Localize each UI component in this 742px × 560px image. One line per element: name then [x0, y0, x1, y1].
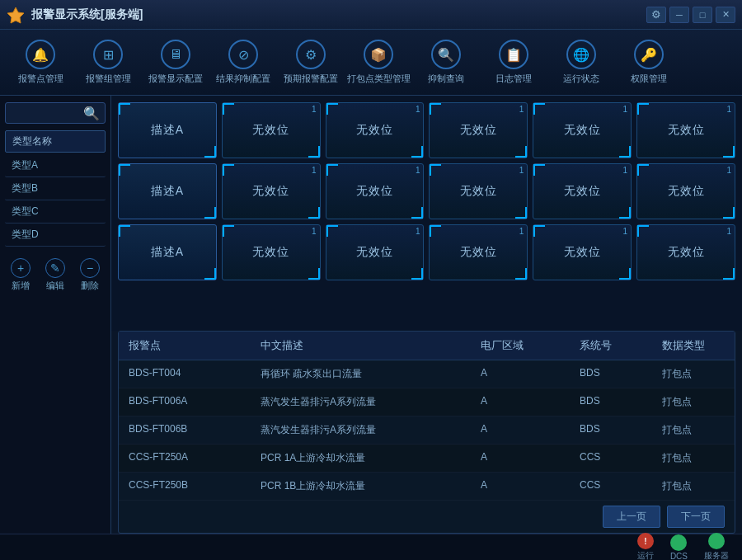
table-row[interactable]: BDS-FT006B蒸汽发生器排污A系列流量ABDS打包点 — [119, 416, 735, 445]
toolbar-item-predict-alarm[interactable]: ⚙ 预期报警配置 — [279, 35, 343, 91]
cell-text: 无效位 — [356, 245, 393, 260]
prev-page-button[interactable]: 上一页 — [603, 506, 660, 528]
add-button[interactable]: + 新增 — [6, 255, 35, 295]
table-cell-2-2: A — [471, 416, 570, 444]
toolbar-item-auth-manage[interactable]: 🔑 权限管理 — [617, 35, 681, 91]
cell-number: 1 — [312, 227, 317, 236]
toolbar-item-run-status[interactable]: 🌐 运行状态 — [549, 35, 613, 91]
grid-cell-2-0[interactable]: 描述A — [118, 224, 217, 280]
toolbar-label-run-status: 运行状态 — [563, 73, 599, 85]
table-cell-0-3: BDS — [570, 360, 652, 388]
sidebar-item-typeA[interactable]: 类型A — [5, 154, 106, 177]
table-cell-2-3: BDS — [570, 416, 652, 444]
grid-cell-0-5[interactable]: 1无效位 — [636, 102, 735, 158]
toolbar-item-log-manage[interactable]: 📋 日志管理 — [481, 35, 546, 91]
table-cell-3-1: PCR 1A上游冷却水流量 — [251, 445, 471, 472]
cell-number: 1 — [312, 105, 317, 114]
table-cell-2-1: 蒸汽发生器排污A系列流量 — [251, 416, 471, 444]
grid-cell-1-0[interactable]: 描述A — [118, 163, 217, 219]
grid-cell-2-1[interactable]: 1无效位 — [222, 224, 321, 280]
app-icon — [7, 6, 25, 24]
grid-cell-1-1[interactable]: 1无效位 — [222, 163, 321, 219]
table-row[interactable]: CCS-FT250APCR 1A上游冷却水流量ACCS打包点 — [119, 445, 735, 473]
edit-button[interactable]: ✎ 编辑 — [40, 255, 70, 295]
cell-text: 无效位 — [564, 245, 601, 260]
toolbar-item-result-suppress[interactable]: ⊘ 结果抑制配置 — [211, 35, 275, 91]
search-icon: 🔍 — [83, 106, 100, 121]
cell-number: 1 — [623, 166, 628, 175]
sidebar-item-typeC[interactable]: 类型C — [5, 200, 106, 224]
grid-cell-0-1[interactable]: 1无效位 — [222, 102, 321, 158]
edit-label: 编辑 — [46, 280, 64, 292]
table-cell-4-4: 打包点 — [652, 473, 735, 500]
grid-cell-2-2[interactable]: 1无效位 — [326, 224, 425, 280]
minimize-button[interactable]: ─ — [669, 7, 689, 23]
toolbar-label-suppress-query: 抑制查询 — [428, 73, 464, 85]
toolbar-icon-alarm-display: 🖥 — [161, 40, 190, 69]
table-cell-1-1: 蒸汽发生器排污A系列流量 — [251, 388, 471, 416]
status-item-dcs: DCS — [670, 534, 688, 561]
grid-cell-1-5[interactable]: 1无效位 — [636, 163, 735, 219]
cell-text: 无效位 — [460, 245, 497, 260]
search-box[interactable]: 🔍 — [5, 102, 106, 124]
cell-number: 1 — [726, 227, 731, 236]
toolbar-item-alarm-display[interactable]: 🖥 报警显示配置 — [143, 35, 208, 91]
maximize-button[interactable]: □ — [693, 7, 712, 23]
grid-cell-0-0[interactable]: 描述A — [118, 102, 217, 158]
grid-cell-0-3[interactable]: 1无效位 — [429, 102, 528, 158]
table-cell-1-0: BDS-FT006A — [119, 388, 251, 416]
cell-text: 描述A — [151, 184, 184, 199]
grid-cell-0-4[interactable]: 1无效位 — [533, 102, 632, 158]
cell-number: 1 — [726, 166, 731, 175]
grid-cell-1-3[interactable]: 1无效位 — [429, 163, 528, 219]
toolbar-icon-predict-alarm: ⚙ — [296, 40, 326, 69]
toolbar-item-alarm-point[interactable]: 🔔 报警点管理 — [8, 35, 73, 91]
cell-number: 1 — [416, 227, 420, 236]
sidebar-item-typeD[interactable]: 类型D — [5, 224, 106, 247]
toolbar-icon-pack-type: 📦 — [364, 40, 393, 69]
table-cell-0-1: 再循环 疏水泵出口流量 — [251, 360, 471, 388]
grid-cell-1-2[interactable]: 1无效位 — [326, 163, 425, 219]
toolbar-icon-suppress-query: 🔍 — [431, 40, 461, 69]
table-cell-0-0: BDS-FT004 — [119, 360, 251, 388]
status-item-running: ! 运行 — [637, 533, 654, 560]
table-row[interactable]: BDS-FT004再循环 疏水泵出口流量ABDS打包点 — [119, 360, 735, 388]
grid-cell-2-5[interactable]: 1无效位 — [636, 224, 735, 280]
next-page-button[interactable]: 下一页 — [667, 506, 725, 528]
title-bar-left: 报警显示系统[服务端] — [7, 6, 143, 24]
cell-text: 无效位 — [668, 245, 705, 260]
settings-button[interactable]: ⚙ — [646, 7, 666, 23]
grid-cell-0-2[interactable]: 1无效位 — [326, 102, 425, 158]
table-header-3: 系统号 — [570, 332, 652, 360]
grid-cell-1-4[interactable]: 1无效位 — [533, 163, 632, 219]
sidebar-item-typeB[interactable]: 类型B — [5, 177, 106, 200]
status-item-server: 服务器 — [704, 533, 729, 560]
table-header-4: 数据类型 — [652, 332, 735, 360]
table-cell-4-2: A — [471, 473, 570, 500]
cell-number: 1 — [416, 105, 420, 114]
table-row[interactable]: BDS-FT006A蒸汽发生器排污A系列流量ABDS打包点 — [119, 388, 735, 416]
cell-number: 1 — [312, 166, 317, 175]
title-bar: 报警显示系统[服务端] ⚙ ─ □ ✕ — [0, 0, 742, 30]
toolbar-item-suppress-query[interactable]: 🔍 抑制查询 — [414, 35, 478, 91]
grid-cell-2-3[interactable]: 1无效位 — [429, 224, 528, 280]
grid-cell-2-4[interactable]: 1无效位 — [533, 224, 632, 280]
delete-button[interactable]: − 删除 — [75, 255, 105, 295]
table-body: BDS-FT004再循环 疏水泵出口流量ABDS打包点BDS-FT006A蒸汽发… — [119, 360, 735, 501]
toolbar-label-pack-type: 打包点类型管理 — [347, 73, 411, 85]
toolbar-item-alarm-group[interactable]: ⊞ 报警组管理 — [76, 35, 140, 91]
grid-row-0: 描述A1无效位1无效位1无效位1无效位1无效位 — [118, 102, 735, 158]
table-cell-2-4: 打包点 — [652, 416, 735, 444]
table-row[interactable]: CCS-FT250BPCR 1B上游冷却水流量ACCS打包点 — [119, 473, 735, 501]
table-area: 报警点中文描述电厂区域系统号数据类型 BDS-FT004再循环 疏水泵出口流量A… — [118, 331, 735, 534]
cell-number: 1 — [623, 105, 628, 114]
search-input[interactable] — [11, 107, 83, 119]
cell-text: 无效位 — [252, 184, 289, 199]
table-cell-0-4: 打包点 — [652, 360, 735, 388]
toolbar-item-pack-type[interactable]: 📦 打包点类型管理 — [346, 35, 411, 91]
close-button[interactable]: ✕ — [716, 7, 735, 23]
add-label: 新增 — [12, 280, 30, 292]
toolbar-icon-log-manage: 📋 — [499, 40, 528, 69]
status-label-server: 服务器 — [704, 550, 729, 560]
cell-text: 无效位 — [356, 184, 393, 199]
